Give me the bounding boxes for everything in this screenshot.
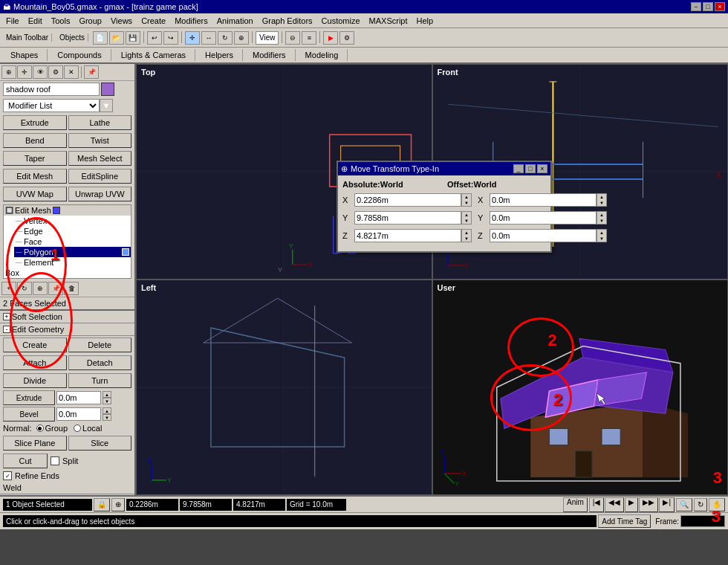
tab-helpers[interactable]: Helpers	[196, 49, 243, 61]
y-off-up[interactable]: ▲	[597, 212, 606, 218]
save-button[interactable]: 💾	[126, 31, 140, 45]
edit-geometry-title[interactable]: - Edit Geometry	[0, 323, 134, 336]
tree-edit-mesh[interactable]: 🔲 Edit Mesh	[4, 205, 131, 216]
edit-geometry-expand[interactable]: -	[3, 326, 10, 333]
bevel-apply-btn[interactable]: Bevel	[3, 407, 55, 422]
extrude-up[interactable]: ▲	[103, 391, 111, 398]
redo-button[interactable]: ↪	[163, 31, 178, 45]
menu-edit[interactable]: Edit	[24, 15, 47, 27]
y-abs-up[interactable]: ▲	[462, 212, 471, 218]
tab-modeling[interactable]: Modeling	[296, 49, 348, 61]
lathe-btn[interactable]: Lathe	[68, 115, 132, 130]
lp-move-btn[interactable]: +	[1, 282, 16, 295]
extrude-apply-btn[interactable]: Extrude	[3, 390, 55, 405]
anim-btn[interactable]: Anim	[563, 497, 588, 512]
modifier-list-btn[interactable]: ▼	[100, 99, 113, 112]
y-off-spinner[interactable]: ▲ ▼	[597, 211, 607, 225]
lp-view-btn[interactable]: 👁	[33, 65, 48, 79]
z-abs-up[interactable]: ▲	[462, 230, 471, 236]
move-button[interactable]: ↔	[201, 31, 216, 45]
align-button[interactable]: ≡	[302, 31, 316, 45]
titlebar-controls[interactable]: − □ ×	[691, 2, 725, 11]
z-abs-input[interactable]	[354, 229, 461, 242]
attach-btn[interactable]: Attach	[3, 355, 67, 370]
viewport-nav-1[interactable]: 🔍	[676, 498, 692, 511]
extrude-btn[interactable]: Extrude	[3, 115, 67, 130]
y-off-down[interactable]: ▼	[597, 218, 606, 224]
y-abs-input[interactable]	[354, 211, 461, 225]
extrude-spinner[interactable]: ▲ ▼	[103, 391, 111, 404]
z-off-spinner[interactable]: ▲ ▼	[597, 229, 607, 242]
x-off-up[interactable]: ▲	[597, 194, 606, 200]
object-color-swatch[interactable]	[101, 83, 114, 96]
refine-ends-check[interactable]	[3, 471, 12, 480]
menu-graph-editors[interactable]: Graph Editors	[258, 15, 317, 27]
viewport-left[interactable]: Left Y Z	[136, 280, 432, 495]
radio-local[interactable]	[74, 424, 81, 432]
lp-rotate-btn2[interactable]: ↻	[17, 282, 32, 295]
z-abs-spinner[interactable]: ▲ ▼	[461, 229, 472, 242]
normal-local-radio[interactable]: Local	[74, 424, 102, 433]
menu-maxscript[interactable]: MAXScript	[365, 15, 412, 27]
menu-modifiers[interactable]: Modifiers	[170, 15, 212, 27]
turn-btn[interactable]: Turn	[68, 373, 132, 388]
rotate-button[interactable]: ↻	[218, 31, 233, 45]
menu-group[interactable]: Group	[74, 15, 106, 27]
menu-customize[interactable]: Customize	[317, 15, 365, 27]
normal-group-radio[interactable]: Group	[36, 424, 68, 433]
minimize-button[interactable]: −	[691, 2, 701, 11]
tab-lights-cameras[interactable]: Lights & Cameras	[112, 49, 195, 61]
status-lock-btn[interactable]: 🔒	[94, 498, 110, 511]
create-btn[interactable]: Create	[3, 338, 67, 352]
y-off-input[interactable]	[490, 211, 597, 225]
menu-file[interactable]: File	[1, 15, 24, 27]
extrude-value-input[interactable]	[56, 391, 101, 404]
soft-selection-expand[interactable]: +	[3, 313, 10, 320]
menu-create[interactable]: Create	[137, 15, 170, 27]
scale-button[interactable]: ⊕	[234, 31, 249, 45]
x-abs-down[interactable]: ▼	[462, 200, 471, 206]
x-off-input[interactable]	[490, 193, 597, 207]
x-abs-spinner[interactable]: ▲ ▼	[461, 193, 472, 207]
close-button[interactable]: ×	[715, 2, 725, 11]
tree-vertex[interactable]: — Vertex	[14, 216, 131, 226]
status-grid-btn[interactable]: ⊕	[111, 498, 125, 511]
modifier-list-dropdown[interactable]: Modifier List	[3, 99, 100, 112]
cut-btn[interactable]: Cut	[3, 453, 48, 468]
new-button[interactable]: 📄	[93, 31, 108, 45]
mirror-button[interactable]: ⊖	[285, 31, 300, 45]
viewport-user[interactable]: User	[432, 280, 729, 495]
lp-trash-btn[interactable]: 🗑	[64, 282, 79, 295]
undo-button[interactable]: ↩	[147, 31, 162, 45]
next-frame-btn[interactable]: ▶|	[659, 497, 675, 512]
lp-settings-btn[interactable]: ⚙	[48, 65, 63, 79]
menu-views[interactable]: Views	[106, 15, 137, 27]
transform-mode[interactable]: View	[256, 31, 279, 45]
bevel-spinner[interactable]: ▲ ▼	[103, 407, 111, 421]
lp-pick-btn[interactable]: ⊕	[1, 65, 16, 79]
lp-snap-btn[interactable]: 📌	[84, 65, 99, 79]
uvw-map-btn[interactable]: UVW Map	[3, 187, 67, 201]
delete-btn[interactable]: Delete	[68, 338, 132, 352]
mesh-select-btn[interactable]: Mesh Select	[68, 151, 132, 166]
lp-close-btn[interactable]: ✕	[64, 65, 79, 79]
z-off-input[interactable]	[490, 229, 597, 242]
lp-pin-btn[interactable]: 📌	[48, 282, 63, 295]
object-name-input[interactable]	[3, 83, 100, 96]
prev-key-btn[interactable]: ◀◀	[605, 497, 624, 512]
tree-polygon-check[interactable]	[122, 248, 129, 256]
viewport-nav-3[interactable]: ✋	[709, 498, 725, 511]
slice-plane-btn[interactable]: Slice Plane	[3, 436, 67, 451]
y-abs-spinner[interactable]: ▲ ▼	[461, 211, 472, 225]
transform-dialog-close[interactable]: ×	[537, 164, 547, 173]
render-setup[interactable]: ⚙	[339, 31, 354, 45]
bevel-up[interactable]: ▲	[103, 407, 111, 414]
edit-mesh-btn[interactable]: Edit Mesh	[3, 169, 67, 184]
menu-animation[interactable]: Animation	[212, 15, 258, 27]
split-checkbox[interactable]	[51, 456, 59, 465]
menu-help[interactable]: Help	[412, 15, 438, 27]
frame-input[interactable]	[680, 515, 725, 527]
extrude-down[interactable]: ▼	[103, 398, 111, 404]
tree-polygon[interactable]: — Polygon	[14, 247, 131, 257]
divide-btn[interactable]: Divide	[3, 373, 67, 388]
